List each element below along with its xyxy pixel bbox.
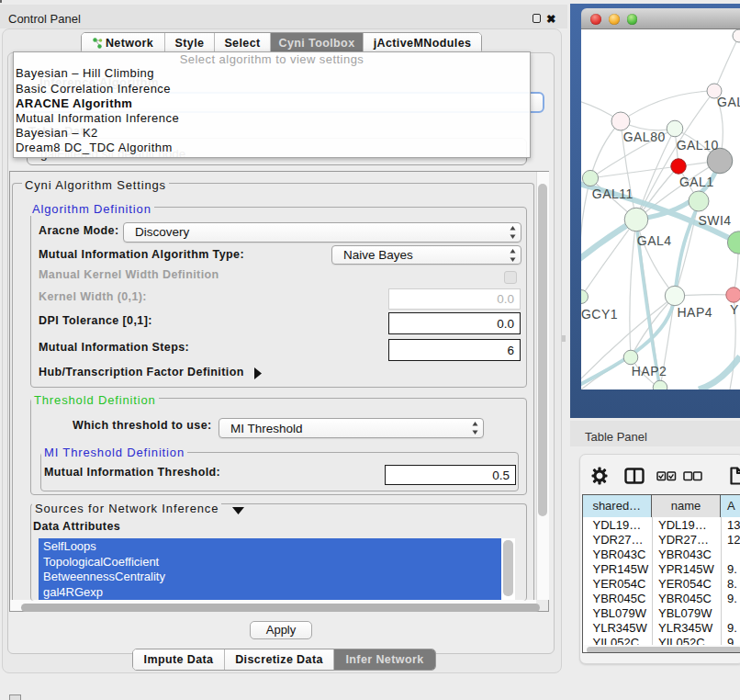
svg-text:GAL4: GAL4	[637, 233, 672, 248]
svg-text:HAP2: HAP2	[632, 364, 667, 378]
svg-text:Y: Y	[730, 302, 739, 317]
svg-text:GAL1: GAL1	[679, 175, 714, 189]
svg-text:GCY1: GCY1	[581, 307, 618, 322]
svg-text:GAL80: GAL80	[623, 130, 666, 144]
svg-text:SWI4: SWI4	[698, 213, 731, 228]
svg-text:GAL11: GAL11	[592, 186, 633, 201]
svg-text:GAL10: GAL10	[677, 138, 719, 152]
svg-text:GAL7: GAL7	[717, 95, 740, 109]
svg-text:HAP4: HAP4	[678, 305, 713, 320]
